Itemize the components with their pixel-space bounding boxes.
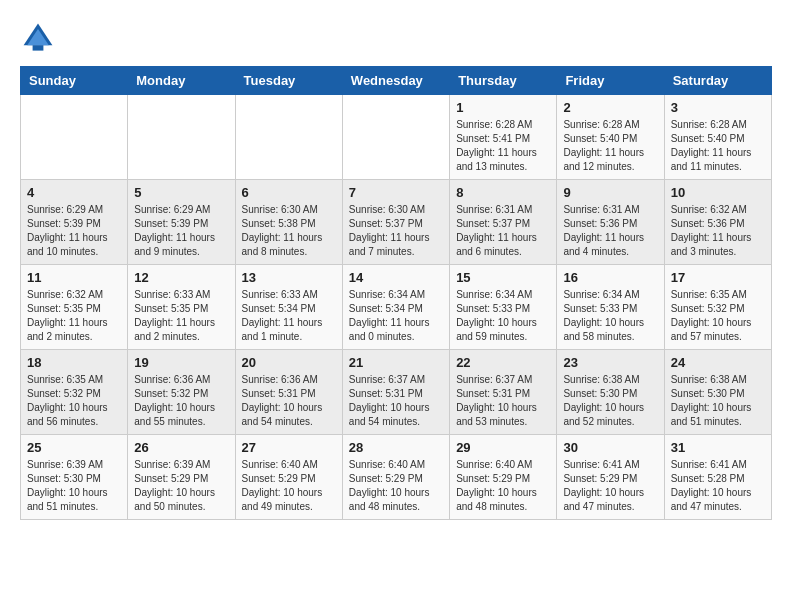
day-cell: 9Sunrise: 6:31 AM Sunset: 5:36 PM Daylig…: [557, 180, 664, 265]
day-number: 5: [134, 185, 228, 200]
day-info: Sunrise: 6:41 AM Sunset: 5:29 PM Dayligh…: [563, 458, 657, 514]
day-number: 12: [134, 270, 228, 285]
day-cell: 2Sunrise: 6:28 AM Sunset: 5:40 PM Daylig…: [557, 95, 664, 180]
day-number: 4: [27, 185, 121, 200]
calendar-body: 1Sunrise: 6:28 AM Sunset: 5:41 PM Daylig…: [21, 95, 772, 520]
day-number: 16: [563, 270, 657, 285]
header-cell-thursday: Thursday: [450, 67, 557, 95]
day-number: 27: [242, 440, 336, 455]
day-number: 7: [349, 185, 443, 200]
day-cell: 13Sunrise: 6:33 AM Sunset: 5:34 PM Dayli…: [235, 265, 342, 350]
day-info: Sunrise: 6:37 AM Sunset: 5:31 PM Dayligh…: [456, 373, 550, 429]
day-number: 23: [563, 355, 657, 370]
header-cell-tuesday: Tuesday: [235, 67, 342, 95]
day-info: Sunrise: 6:34 AM Sunset: 5:34 PM Dayligh…: [349, 288, 443, 344]
day-cell: 11Sunrise: 6:32 AM Sunset: 5:35 PM Dayli…: [21, 265, 128, 350]
day-number: 22: [456, 355, 550, 370]
day-cell: 30Sunrise: 6:41 AM Sunset: 5:29 PM Dayli…: [557, 435, 664, 520]
day-info: Sunrise: 6:38 AM Sunset: 5:30 PM Dayligh…: [671, 373, 765, 429]
day-info: Sunrise: 6:28 AM Sunset: 5:41 PM Dayligh…: [456, 118, 550, 174]
day-info: Sunrise: 6:32 AM Sunset: 5:36 PM Dayligh…: [671, 203, 765, 259]
day-number: 11: [27, 270, 121, 285]
day-info: Sunrise: 6:37 AM Sunset: 5:31 PM Dayligh…: [349, 373, 443, 429]
day-cell: 26Sunrise: 6:39 AM Sunset: 5:29 PM Dayli…: [128, 435, 235, 520]
week-row-3: 11Sunrise: 6:32 AM Sunset: 5:35 PM Dayli…: [21, 265, 772, 350]
day-info: Sunrise: 6:35 AM Sunset: 5:32 PM Dayligh…: [671, 288, 765, 344]
day-number: 10: [671, 185, 765, 200]
day-info: Sunrise: 6:40 AM Sunset: 5:29 PM Dayligh…: [349, 458, 443, 514]
day-cell: 24Sunrise: 6:38 AM Sunset: 5:30 PM Dayli…: [664, 350, 771, 435]
day-info: Sunrise: 6:36 AM Sunset: 5:32 PM Dayligh…: [134, 373, 228, 429]
day-cell: 20Sunrise: 6:36 AM Sunset: 5:31 PM Dayli…: [235, 350, 342, 435]
week-row-2: 4Sunrise: 6:29 AM Sunset: 5:39 PM Daylig…: [21, 180, 772, 265]
day-cell: 31Sunrise: 6:41 AM Sunset: 5:28 PM Dayli…: [664, 435, 771, 520]
day-cell: 19Sunrise: 6:36 AM Sunset: 5:32 PM Dayli…: [128, 350, 235, 435]
day-cell: 25Sunrise: 6:39 AM Sunset: 5:30 PM Dayli…: [21, 435, 128, 520]
day-cell: [235, 95, 342, 180]
day-info: Sunrise: 6:34 AM Sunset: 5:33 PM Dayligh…: [456, 288, 550, 344]
day-cell: [342, 95, 449, 180]
day-cell: 7Sunrise: 6:30 AM Sunset: 5:37 PM Daylig…: [342, 180, 449, 265]
week-row-1: 1Sunrise: 6:28 AM Sunset: 5:41 PM Daylig…: [21, 95, 772, 180]
header-row: SundayMondayTuesdayWednesdayThursdayFrid…: [21, 67, 772, 95]
header-cell-friday: Friday: [557, 67, 664, 95]
day-cell: 18Sunrise: 6:35 AM Sunset: 5:32 PM Dayli…: [21, 350, 128, 435]
day-info: Sunrise: 6:39 AM Sunset: 5:29 PM Dayligh…: [134, 458, 228, 514]
day-number: 28: [349, 440, 443, 455]
day-number: 14: [349, 270, 443, 285]
day-info: Sunrise: 6:39 AM Sunset: 5:30 PM Dayligh…: [27, 458, 121, 514]
day-number: 13: [242, 270, 336, 285]
day-number: 9: [563, 185, 657, 200]
day-number: 30: [563, 440, 657, 455]
day-number: 25: [27, 440, 121, 455]
day-number: 26: [134, 440, 228, 455]
day-info: Sunrise: 6:30 AM Sunset: 5:37 PM Dayligh…: [349, 203, 443, 259]
day-number: 6: [242, 185, 336, 200]
day-cell: 14Sunrise: 6:34 AM Sunset: 5:34 PM Dayli…: [342, 265, 449, 350]
week-row-4: 18Sunrise: 6:35 AM Sunset: 5:32 PM Dayli…: [21, 350, 772, 435]
day-cell: 21Sunrise: 6:37 AM Sunset: 5:31 PM Dayli…: [342, 350, 449, 435]
day-cell: 16Sunrise: 6:34 AM Sunset: 5:33 PM Dayli…: [557, 265, 664, 350]
day-info: Sunrise: 6:32 AM Sunset: 5:35 PM Dayligh…: [27, 288, 121, 344]
day-cell: 1Sunrise: 6:28 AM Sunset: 5:41 PM Daylig…: [450, 95, 557, 180]
day-cell: 27Sunrise: 6:40 AM Sunset: 5:29 PM Dayli…: [235, 435, 342, 520]
day-cell: 29Sunrise: 6:40 AM Sunset: 5:29 PM Dayli…: [450, 435, 557, 520]
day-number: 1: [456, 100, 550, 115]
day-number: 24: [671, 355, 765, 370]
header-cell-monday: Monday: [128, 67, 235, 95]
day-info: Sunrise: 6:29 AM Sunset: 5:39 PM Dayligh…: [134, 203, 228, 259]
day-info: Sunrise: 6:31 AM Sunset: 5:36 PM Dayligh…: [563, 203, 657, 259]
day-info: Sunrise: 6:35 AM Sunset: 5:32 PM Dayligh…: [27, 373, 121, 429]
day-cell: 12Sunrise: 6:33 AM Sunset: 5:35 PM Dayli…: [128, 265, 235, 350]
day-number: 29: [456, 440, 550, 455]
calendar-header: SundayMondayTuesdayWednesdayThursdayFrid…: [21, 67, 772, 95]
day-info: Sunrise: 6:40 AM Sunset: 5:29 PM Dayligh…: [242, 458, 336, 514]
calendar-table: SundayMondayTuesdayWednesdayThursdayFrid…: [20, 66, 772, 520]
day-cell: 6Sunrise: 6:30 AM Sunset: 5:38 PM Daylig…: [235, 180, 342, 265]
day-cell: [21, 95, 128, 180]
day-info: Sunrise: 6:28 AM Sunset: 5:40 PM Dayligh…: [671, 118, 765, 174]
logo-icon: [20, 20, 56, 56]
day-info: Sunrise: 6:33 AM Sunset: 5:35 PM Dayligh…: [134, 288, 228, 344]
day-cell: 23Sunrise: 6:38 AM Sunset: 5:30 PM Dayli…: [557, 350, 664, 435]
day-number: 3: [671, 100, 765, 115]
day-number: 18: [27, 355, 121, 370]
day-cell: 22Sunrise: 6:37 AM Sunset: 5:31 PM Dayli…: [450, 350, 557, 435]
day-cell: 15Sunrise: 6:34 AM Sunset: 5:33 PM Dayli…: [450, 265, 557, 350]
header-cell-wednesday: Wednesday: [342, 67, 449, 95]
day-info: Sunrise: 6:33 AM Sunset: 5:34 PM Dayligh…: [242, 288, 336, 344]
day-number: 2: [563, 100, 657, 115]
day-number: 21: [349, 355, 443, 370]
header-cell-saturday: Saturday: [664, 67, 771, 95]
day-number: 31: [671, 440, 765, 455]
day-number: 8: [456, 185, 550, 200]
day-cell: 28Sunrise: 6:40 AM Sunset: 5:29 PM Dayli…: [342, 435, 449, 520]
day-info: Sunrise: 6:36 AM Sunset: 5:31 PM Dayligh…: [242, 373, 336, 429]
day-number: 19: [134, 355, 228, 370]
day-cell: 8Sunrise: 6:31 AM Sunset: 5:37 PM Daylig…: [450, 180, 557, 265]
day-info: Sunrise: 6:38 AM Sunset: 5:30 PM Dayligh…: [563, 373, 657, 429]
day-info: Sunrise: 6:40 AM Sunset: 5:29 PM Dayligh…: [456, 458, 550, 514]
header-cell-sunday: Sunday: [21, 67, 128, 95]
day-cell: 4Sunrise: 6:29 AM Sunset: 5:39 PM Daylig…: [21, 180, 128, 265]
day-cell: 17Sunrise: 6:35 AM Sunset: 5:32 PM Dayli…: [664, 265, 771, 350]
